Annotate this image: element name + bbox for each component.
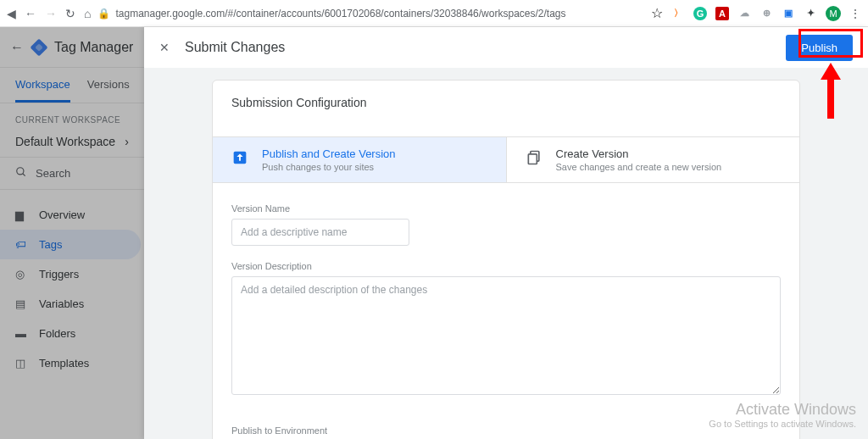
submit-dialog: ✕ Submit Changes Publish Submission Conf… [144, 27, 868, 439]
close-icon[interactable]: ✕ [159, 41, 170, 54]
dialog-body: Submission Configuration Publish and Cre… [144, 68, 868, 439]
grammarly-icon[interactable]: G [693, 7, 707, 20]
star-icon[interactable]: ☆ [651, 5, 663, 21]
environment-section: Publish to Environment ➤ Live ✎ [213, 414, 799, 439]
puzzle-icon[interactable]: ✦ [804, 7, 817, 20]
adobe-icon[interactable]: A [715, 7, 729, 20]
submission-card: Submission Configuration Publish and Cre… [212, 80, 800, 439]
publish-button[interactable]: Publish [786, 35, 853, 61]
option-create-version[interactable]: Create Version Save changes and create a… [506, 137, 800, 182]
environment-label: Publish to Environment [231, 425, 781, 436]
dialog-title: Submit Changes [185, 40, 285, 55]
svg-rect-6 [528, 154, 537, 164]
cloud-icon[interactable]: ☁ [737, 7, 751, 20]
caret-left-icon[interactable]: ◀ [7, 7, 16, 20]
globe-icon[interactable]: ⊕ [760, 7, 773, 20]
chrome-actions: ☆ 〉 G A ☁ ⊕ ▣ ✦ M ⋮ [651, 5, 861, 21]
app-root: ← Tag Manager Workspace Versions CURRENT… [0, 27, 868, 439]
option-title: Publish and Create Version [262, 147, 396, 160]
back-icon[interactable]: ← [25, 7, 36, 20]
reload-icon[interactable]: ↻ [65, 7, 75, 20]
home-icon[interactable]: ⌂ [84, 7, 91, 20]
lock-icon: 🔒 [97, 8, 110, 19]
option-subtitle: Save changes and create a new version [556, 162, 722, 172]
profile-avatar[interactable]: M [826, 6, 841, 21]
dialog-header: ✕ Submit Changes Publish [144, 27, 868, 68]
version-name-label: Version Name [231, 203, 781, 214]
version-name-input[interactable] [231, 219, 409, 246]
option-title: Create Version [556, 147, 722, 160]
option-publish-create[interactable]: Publish and Create Version Push changes … [213, 137, 506, 182]
version-icon [524, 147, 544, 168]
extension-generic-icon[interactable]: ▣ [782, 7, 795, 20]
address-bar[interactable]: 🔒 tagmanager.google.com/#/container/acco… [97, 8, 644, 19]
option-row: Publish and Create Version Push changes … [213, 136, 799, 183]
version-desc-textarea[interactable] [231, 276, 781, 395]
option-subtitle: Push changes to your sites [262, 162, 396, 172]
extension-icon[interactable]: 〉 [671, 7, 685, 20]
browser-chrome: ◀ ← → ↻ ⌂ 🔒 tagmanager.google.com/#/cont… [0, 0, 868, 27]
publish-icon [230, 147, 250, 168]
url-text: tagmanager.google.com/#/container/accoun… [115, 8, 565, 19]
sidebar-wrapper: ← Tag Manager Workspace Versions CURRENT… [0, 27, 144, 439]
version-desc-label: Version Description [231, 261, 781, 271]
section-title: Submission Configuration [231, 96, 781, 109]
kebab-icon[interactable]: ⋮ [849, 7, 861, 20]
browser-nav: ◀ ← → ↻ ⌂ [7, 7, 91, 20]
forward-icon: → [45, 7, 57, 20]
sidebar-overlay [0, 27, 144, 439]
